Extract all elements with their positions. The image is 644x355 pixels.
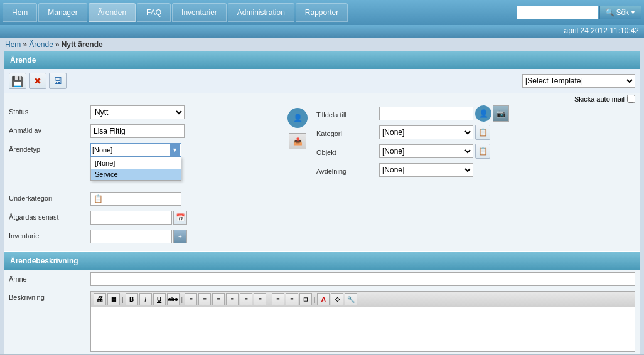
inventory-button[interactable]: + [173,230,187,243]
tab-manager[interactable]: Manager [38,3,87,22]
editor-outdent-btn[interactable]: ≡ [254,293,266,305]
dropdown-item-none[interactable]: [None] [91,157,181,169]
editor-olist-btn[interactable]: ≡ [286,293,298,305]
editor-align-justify-btn[interactable]: ≡ [226,293,239,305]
subject-row: Ämne [4,270,640,289]
search-btn-label: Sök [616,8,629,17]
avatar-left[interactable]: 👤 [287,108,308,128]
save-as-icon: 🖫 [53,76,62,86]
search-area: 🔍 Sök ▼ [517,6,641,19]
arende-section-header: Ärende [4,51,640,69]
form-col-left: Status Nytt Anmäld av Ärend [9,105,279,248]
avatar-left-icon: 👤 [293,114,303,122]
errand-type-row: Ärendetyp [None] ▼ [None] Service [9,143,279,159]
subcategory-select[interactable]: 📋 [90,192,181,206]
breadcrumb: Hem » Ärende » Nytt ärende [0,38,644,51]
reported-by-input-area [90,124,185,138]
category-select[interactable]: [None] [379,125,473,139]
tab-rapporter[interactable]: Rapporter [296,3,348,22]
desc-section: Ämne Beskrivning 🖨 ▦ | B I U abc | ≡ ≡ ≡ [4,270,640,354]
editor-table-btn[interactable]: ▦ [107,293,120,305]
breadcrumb-parent[interactable]: Ärende [29,40,53,49]
category-add-button[interactable]: 📋 [475,125,490,140]
auto-mail-checkbox[interactable] [627,95,635,103]
editor-toolbar: 🖨 ▦ | B I U abc | ≡ ≡ ≡ ≡ ≡ ≡ | ≡ ≡ [91,292,635,307]
department-input-area: [None] [379,163,473,177]
reported-by-input[interactable] [90,124,185,138]
calendar-icon: 📅 [176,213,185,222]
cancel-icon: ✖ [34,76,41,86]
assign-to-input[interactable] [379,107,473,120]
category-add-icon: 📋 [478,128,488,137]
form-col-right: Tilldela till 👤 📷 Kategori [316,105,635,248]
subcategory-icon: 📋 [94,194,103,203]
template-select[interactable]: [Select Template] [522,74,635,88]
form-two-col: Status Nytt Anmäld av Ärend [9,105,635,248]
form-area: Status Nytt Anmäld av Ärend [4,103,640,251]
cancel-button[interactable]: ✖ [29,73,46,89]
subject-input[interactable] [90,272,635,286]
action-date-row: Åtgärdas senast 📅 [9,211,279,227]
subcategory-label: Underkategori [9,192,90,202]
editor-block-btn[interactable]: ◻ [299,293,312,305]
department-row: Avdelning [None] [316,162,635,178]
editor-align-center-btn[interactable]: ≡ [198,293,211,305]
save-as-button[interactable]: 🖫 [49,73,67,89]
department-select[interactable]: [None] [379,163,473,177]
save-button[interactable]: 💾 [9,73,26,89]
sep1: | [121,296,124,303]
camera-button[interactable]: 📷 [493,105,509,122]
avatar-right[interactable]: 👤 [475,105,491,122]
tab-inventarier[interactable]: Inventarier [172,3,227,22]
editor-content[interactable] [91,307,635,351]
main-content: Ärende 💾 ✖ 🖫 [Select Template] Skicka au… [4,51,640,354]
assign-to-row: Tilldela till 👤 📷 [316,105,635,122]
status-input-area: Nytt [90,105,185,119]
object-add-icon: 📋 [478,147,488,156]
object-select[interactable]: [None] [379,144,473,158]
calendar-button[interactable]: 📅 [173,211,187,225]
auto-mail-row: Skicka auto mail [4,93,640,103]
tab-faq[interactable]: FAQ [137,3,171,22]
desc-editor: 🖨 ▦ | B I U abc | ≡ ≡ ≡ ≡ ≡ ≡ | ≡ ≡ [90,291,635,352]
tab-hem[interactable]: Hem [3,3,37,22]
object-input-area: [None] 📋 [379,144,490,159]
sep4: | [313,296,316,303]
editor-print-btn[interactable]: 🖨 [94,293,106,305]
action-date-input[interactable] [90,211,172,225]
errand-type-label: Ärendetyp [9,143,90,153]
errand-type-value: [None] [92,146,170,154]
breadcrumb-home[interactable]: Hem [5,40,21,49]
desc-section-header: Ärendebeskrivning [4,252,640,270]
editor-tool-btn[interactable]: 🔧 [345,293,357,305]
editor-strike-btn[interactable]: abc [167,293,180,305]
dropdown-item-service[interactable]: Service [91,169,181,180]
errand-type-dropdown[interactable]: [None] Service [90,157,181,181]
tab-administration[interactable]: Administration [228,3,294,22]
editor-indent-btn[interactable]: ≡ [240,293,252,305]
toolbar: 💾 ✖ 🖫 [Select Template] [4,69,640,93]
action-date-label: Åtgärdas senast [9,211,90,221]
search-button[interactable]: 🔍 Sök ▼ [599,6,641,19]
upload-button-left[interactable]: 📤 [289,133,306,149]
errand-type-select[interactable]: [None] ▼ [90,143,181,157]
editor-underline-btn[interactable]: U [153,293,166,305]
editor-italic-btn[interactable]: I [139,293,152,305]
search-input[interactable] [517,6,598,19]
object-add-button[interactable]: 📋 [475,144,490,159]
editor-html-btn[interactable]: ◇ [331,293,343,305]
breadcrumb-current: Nytt ärende [62,40,103,49]
status-select[interactable]: Nytt [90,105,185,119]
inventory-input-area: + [90,230,187,243]
inventory-label: Inventarie [9,230,90,240]
editor-list-btn[interactable]: ≡ [272,293,284,305]
editor-color-btn[interactable]: A [317,293,330,305]
tab-arenden[interactable]: Ärenden [89,3,136,22]
editor-align-right-btn[interactable]: ≡ [212,293,225,305]
editor-align-left-btn[interactable]: ≡ [185,293,197,305]
inventory-input[interactable] [90,230,172,243]
editor-bold-btn[interactable]: B [126,293,138,305]
arende-title: Ärende [10,56,36,65]
subcategory-input-area: 📋 [90,192,181,206]
status-row: Status Nytt [9,105,279,122]
